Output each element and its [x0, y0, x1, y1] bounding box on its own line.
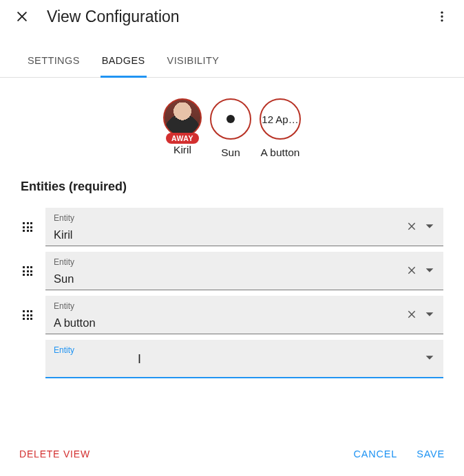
field-value: Sun: [54, 272, 406, 285]
entity-field[interactable]: Entity Sun: [45, 252, 443, 290]
clear-button[interactable]: [406, 221, 417, 234]
drag-icon: [23, 266, 32, 276]
badge-label: Kiril: [173, 144, 191, 156]
badges-preview-row: AWAY Kiril Sun 12 Ap… A button: [21, 98, 443, 159]
chevron-down-icon: [424, 352, 435, 363]
save-button[interactable]: SAVE: [416, 448, 445, 459]
entities-heading: Entities (required): [21, 180, 443, 194]
close-icon: [406, 265, 417, 276]
dropdown-button[interactable]: [424, 352, 435, 366]
more-vertical-icon: [435, 10, 449, 23]
entity-row-new: Entity I: [45, 340, 443, 378]
tab-settings[interactable]: SETTINGS: [26, 47, 81, 78]
clear-button[interactable]: [406, 309, 417, 322]
svg-point-1: [441, 15, 443, 17]
status-badge: AWAY: [166, 133, 199, 144]
chevron-down-icon: [424, 265, 435, 276]
tabs-bar: SETTINGS BADGES VISIBILITY: [0, 47, 464, 78]
entity-row: Entity Kiril: [21, 208, 443, 246]
tab-visibility[interactable]: VISIBILITY: [166, 47, 221, 78]
field-value: Kiril: [54, 228, 406, 241]
svg-point-2: [441, 19, 443, 21]
entity-field[interactable]: Entity Kiril: [45, 208, 443, 246]
drag-handle[interactable]: [21, 222, 34, 232]
dialog-content: AWAY Kiril Sun 12 Ap… A button Entities …: [0, 78, 464, 435]
field-label: Entity: [54, 213, 74, 223]
badge-text: 12 Ap…: [262, 113, 298, 125]
entity-row: Entity Sun: [21, 252, 443, 290]
drag-handle[interactable]: [21, 310, 34, 320]
badge-preview-button[interactable]: 12 Ap… A button: [260, 98, 301, 159]
dropdown-button[interactable]: [424, 221, 435, 235]
close-button[interactable]: [8, 3, 36, 30]
drag-icon: [23, 310, 32, 320]
close-icon: [406, 309, 417, 320]
field-label: Entity: [54, 257, 74, 267]
dialog-title: View Configuration: [47, 8, 417, 26]
cancel-button[interactable]: CANCEL: [354, 448, 398, 459]
chevron-down-icon: [424, 221, 435, 232]
badge-label: Sun: [221, 147, 240, 159]
chevron-down-icon: [424, 309, 435, 320]
avatar-icon: [163, 98, 202, 137]
entity-field-new[interactable]: Entity I: [45, 340, 443, 378]
badge-preview-kiril[interactable]: AWAY Kiril: [163, 98, 202, 159]
delete-view-button[interactable]: DELETE VIEW: [19, 448, 90, 459]
badge-label: A button: [261, 147, 300, 159]
clear-button[interactable]: [406, 265, 417, 278]
svg-point-0: [441, 12, 443, 14]
drag-icon: [23, 222, 32, 232]
dropdown-button[interactable]: [424, 265, 435, 279]
dialog-actions: DELETE VIEW CANCEL SAVE: [0, 435, 464, 476]
tab-badges[interactable]: BADGES: [101, 47, 147, 78]
close-icon: [15, 10, 29, 23]
entity-row: Entity A button: [21, 296, 443, 334]
more-options-button[interactable]: [428, 3, 456, 30]
badge-preview-sun[interactable]: Sun: [210, 98, 251, 159]
field-label: Entity: [54, 345, 74, 355]
entity-field[interactable]: Entity A button: [45, 296, 443, 334]
field-label: Entity: [54, 301, 74, 311]
close-icon: [406, 221, 417, 232]
text-cursor-icon: I: [138, 352, 141, 367]
dropdown-button[interactable]: [424, 309, 435, 323]
field-value: A button: [54, 316, 406, 329]
sun-icon: [226, 115, 235, 123]
drag-handle[interactable]: [21, 266, 34, 276]
view-configuration-dialog: View Configuration SETTINGS BADGES VISIB…: [0, 0, 464, 476]
dialog-header: View Configuration: [0, 0, 464, 33]
